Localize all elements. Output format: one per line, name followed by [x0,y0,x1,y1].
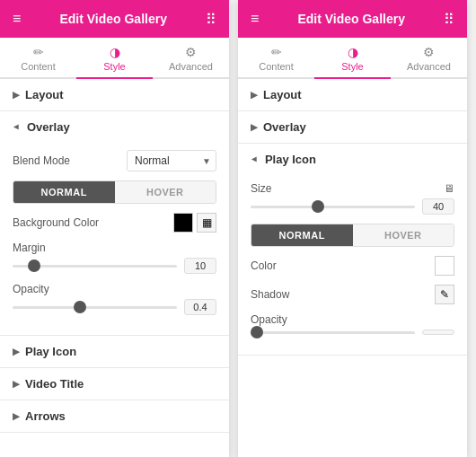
size-slider[interactable] [251,206,415,208]
opacity-row-left: Opacity 0.4 [13,283,216,315]
playicon-toggle-group: NORMAL HOVER [251,224,454,247]
section-layout-header-left[interactable]: ▶ Layout [0,79,229,110]
size-slider-container: 40 [251,198,454,215]
tab-content-right[interactable]: ✏ Content [238,38,314,79]
opacity-value-left: 0.4 [184,299,216,315]
bg-color-label: Background Color [13,216,99,229]
section-overlay-right: ▶ Overlay [238,111,467,144]
opacity-label-row-left: Opacity [13,283,216,295]
bg-color-black-swatch[interactable] [173,213,193,233]
halfcircle-icon-left: ◑ [110,45,120,59]
tab-advanced-right[interactable]: ⚙ Advanced [391,38,467,79]
color-swatches [435,256,454,276]
color-row: Color [251,256,454,276]
section-videotitle-header-left[interactable]: ▶ Video Title [0,368,229,400]
layout-arrow-icon-right: ▶ [251,90,258,100]
panel-header-right: ≡ Edit Video Gallery ⠿ [238,0,467,38]
hamburger-icon-right[interactable]: ≡ [251,11,259,27]
panel-title-right: Edit Video Gallery [259,12,444,26]
section-layout-header-right[interactable]: ▶ Layout [238,79,467,110]
section-playicon-right: ▼ Play Icon Size 🖥 40 NORMAL HOVER [238,144,467,356]
section-overlay-header-left[interactable]: ▼ Overlay [0,111,229,143]
opacity-slider-left[interactable] [13,306,177,309]
overlay-hover-btn[interactable]: HOVER [115,181,216,203]
layout-arrow-icon-left: ▶ [13,90,20,100]
shadow-row: Shadow ✎ [251,285,454,304]
tab-style-label-left: Style [103,61,125,72]
tab-advanced-label-left: Advanced [169,61,213,72]
tab-style-left[interactable]: ◑ Style [76,38,153,79]
gear-icon-left: ⚙ [185,45,197,59]
bg-color-swatches: ▦ [173,213,216,233]
tab-advanced-left[interactable]: ⚙ Advanced [153,38,229,79]
section-arrows-header-left[interactable]: ▶ Arrows [0,400,229,432]
section-playicon-header-right[interactable]: ▼ Play Icon [238,144,467,175]
opacity-value-right [422,330,454,335]
margin-slider-container: 10 [13,258,216,274]
margin-row: Margin 10 [13,242,216,274]
section-playicon-left: ▶ Play Icon [0,336,229,368]
section-layout-left: ▶ Layout [0,79,229,111]
tab-content-label-left: Content [21,61,56,72]
section-playicon-header-left[interactable]: ▶ Play Icon [0,336,229,367]
opacity-row-right: Opacity [251,313,454,335]
section-overlay-label-left: Overlay [27,120,70,134]
overlay-arrow-icon-right: ▶ [251,122,258,132]
videotitle-arrow-icon-left: ▶ [13,379,20,389]
arrows-arrow-icon-left: ▶ [13,411,20,421]
playicon-hover-btn[interactable]: HOVER [353,224,454,246]
color-label: Color [251,259,277,272]
overlay-content-left: Blend Mode Normal Multiply Screen ▼ NORM… [0,143,229,335]
opacity-label-left: Opacity [13,283,49,295]
section-layout-label-left: Layout [25,88,64,101]
size-value: 40 [422,198,454,215]
tab-content-left[interactable]: ✏ Content [0,38,76,79]
tab-advanced-label-right: Advanced [407,61,451,72]
section-arrows-label-left: Arrows [25,409,66,423]
section-overlay-label-right: Overlay [263,120,306,134]
opacity-label-row-right: Opacity [251,313,454,326]
playicon-content-right: Size 🖥 40 NORMAL HOVER Color [238,175,467,355]
grid-icon-left[interactable]: ⠿ [206,11,216,28]
shadow-label: Shadow [251,288,289,301]
grid-icon-right[interactable]: ⠿ [444,11,454,28]
opacity-label-right: Opacity [251,313,287,326]
playicon-normal-btn[interactable]: NORMAL [251,224,353,246]
blend-mode-select[interactable]: Normal Multiply Screen [127,150,216,171]
monitor-icon: 🖥 [444,182,454,195]
hamburger-icon-left[interactable]: ≡ [13,11,21,27]
color-white-swatch[interactable] [435,256,454,276]
tab-content-label-right: Content [259,61,294,72]
section-layout-label-right: Layout [263,88,302,101]
margin-value: 10 [184,258,216,274]
bg-color-icon-swatch[interactable]: ▦ [197,213,216,233]
overlay-normal-btn[interactable]: NORMAL [13,181,115,203]
pencil-icon-right: ✏ [271,45,282,59]
blend-mode-select-wrapper: Normal Multiply Screen ▼ [127,150,216,171]
section-playicon-label-left: Play Icon [25,345,76,358]
section-videotitle-left: ▶ Video Title [0,368,229,400]
tab-style-label-right: Style [341,61,363,72]
overlay-toggle-group: NORMAL HOVER [13,180,216,204]
margin-slider[interactable] [13,265,177,268]
panel-right: ≡ Edit Video Gallery ⠿ ✏ Content ◑ Style… [238,0,467,457]
size-row: Size 🖥 40 [251,182,454,215]
blend-mode-row: Blend Mode Normal Multiply Screen ▼ [13,150,216,171]
pencil-icon-left: ✏ [33,45,44,59]
gear-icon-right: ⚙ [423,45,435,59]
section-layout-right: ▶ Layout [238,79,467,111]
section-videotitle-label-left: Video Title [25,377,84,391]
tabs-left: ✏ Content ◑ Style ⚙ Advanced [0,38,229,79]
margin-label: Margin [13,242,46,254]
playicon-arrow-icon-left: ▶ [13,347,20,356]
section-overlay-header-right[interactable]: ▶ Overlay [238,111,467,143]
size-label-row: Size 🖥 [251,182,454,195]
opacity-slider-right[interactable] [251,331,415,334]
section-arrows-left: ▶ Arrows [0,400,229,433]
blend-mode-label: Blend Mode [13,154,70,167]
tab-style-right[interactable]: ◑ Style [314,38,391,79]
section-overlay-left: ▼ Overlay Blend Mode Normal Multiply Scr… [0,111,229,336]
shadow-edit-icon[interactable]: ✎ [435,285,454,304]
opacity-slider-container-left: 0.4 [13,299,216,315]
playicon-arrow-icon-right: ▼ [250,155,260,164]
